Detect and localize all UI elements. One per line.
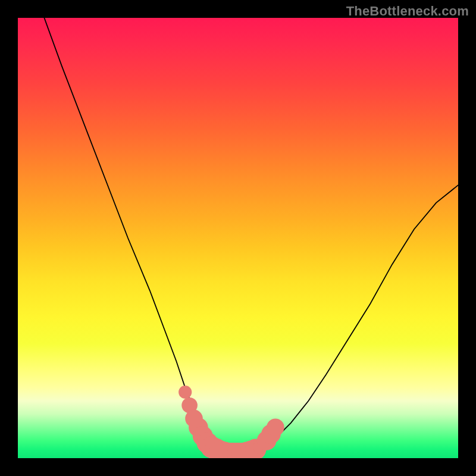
marker-group — [178, 386, 284, 458]
curve-overlay — [18, 18, 458, 458]
watermark-text: TheBottleneck.com — [346, 4, 469, 19]
bottleneck-curve — [44, 18, 458, 454]
curve-marker — [178, 386, 192, 399]
chart-frame: TheBottleneck.com — [0, 0, 476, 476]
plot-area — [18, 18, 458, 458]
curve-marker — [267, 418, 284, 436]
